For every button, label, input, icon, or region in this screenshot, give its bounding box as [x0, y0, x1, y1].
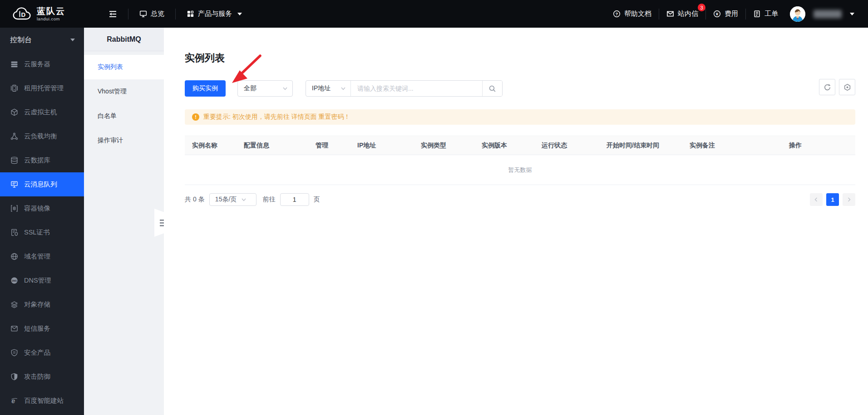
- help-docs-button[interactable]: ? 帮助文档: [608, 0, 656, 28]
- sidebar-item-domain-management[interactable]: 域名管理: [0, 244, 84, 269]
- page-title: 实例列表: [185, 51, 868, 65]
- fees-label: 费用: [725, 10, 738, 18]
- console-dropdown[interactable]: 控制台: [0, 28, 84, 52]
- sidebar-item-label: 云负载均衡: [24, 132, 57, 141]
- server-icon: [10, 60, 18, 68]
- sidebar-item-cloud-database[interactable]: 云数据库: [0, 148, 84, 172]
- user-menu[interactable]: [785, 0, 859, 28]
- sidebar-item-label: 百度智能建站: [24, 396, 64, 405]
- sidebar-item-security-products[interactable]: 安全产品: [0, 341, 84, 365]
- submenu-item-vhost-management[interactable]: Vhost管理: [84, 79, 164, 104]
- svg-text:D: D: [21, 11, 26, 18]
- current-page-button[interactable]: 1: [826, 193, 839, 206]
- filter-toolbar: 购买实例 全部 IP地址: [185, 80, 868, 97]
- layout: 控制台 云服务器 租用托管管理 云虚拟主机 云负载均衡: [0, 28, 868, 415]
- nav-overview-label: 总览: [151, 10, 164, 18]
- certificate-shield-icon: [10, 229, 18, 237]
- globe-icon: [10, 253, 18, 261]
- search-group: IP地址: [306, 80, 503, 97]
- chevron-right-icon: [846, 197, 852, 202]
- messages-label: 站内信: [678, 10, 698, 17]
- submenu-item-operation-audit[interactable]: 操作审计: [84, 128, 164, 153]
- database-icon: [10, 156, 18, 165]
- important-notice-banner: ! 重要提示: 初次使用，请先前往 详情页面 重置密码！: [185, 109, 855, 125]
- sidebar-item-attack-defense[interactable]: 攻击防御: [0, 365, 84, 389]
- sidebar-item-sms-service[interactable]: 短信服务: [0, 317, 84, 341]
- dns-icon: DNS: [10, 277, 18, 285]
- sidebar-item-hosting-management[interactable]: 租用托管管理: [0, 76, 84, 100]
- topbar: D 蓝队云 landui.com: [0, 0, 868, 28]
- chevron-down-icon: [241, 197, 247, 202]
- question-circle-icon: ?: [613, 10, 621, 18]
- sidebar-item-object-storage[interactable]: 对象存储: [0, 293, 84, 317]
- sidebar-item-ssl-cert[interactable]: SSL证书: [0, 220, 84, 244]
- envelope-icon: [666, 10, 674, 18]
- column-header: 实例名称: [185, 142, 237, 150]
- nav-products-services[interactable]: 产品与服务: [182, 0, 247, 28]
- sidebar-item-label: 域名管理: [24, 252, 50, 261]
- sidebar-item-baidu-site-builder[interactable]: e 百度智能建站: [0, 389, 84, 413]
- status-filter-select[interactable]: 全部: [237, 80, 293, 97]
- server-rack-icon: [10, 84, 18, 93]
- total-count: 共 0 条: [185, 195, 205, 204]
- avatar: [790, 6, 805, 22]
- refresh-button[interactable]: [819, 79, 835, 95]
- column-header: 实例类型: [414, 142, 474, 150]
- e-browser-icon: e: [10, 397, 18, 405]
- refresh-icon: [824, 83, 831, 91]
- svg-text:DNS: DNS: [12, 280, 17, 282]
- submenu-title: RabbitMQ: [84, 28, 164, 51]
- settings-button[interactable]: [839, 79, 855, 95]
- nav-products-label: 产品与服务: [198, 10, 232, 18]
- submenu-item-label: 实例列表: [98, 63, 123, 71]
- submenu-item-instance-list[interactable]: 实例列表: [84, 55, 164, 79]
- sidebar-item-virtual-host[interactable]: 云虚拟主机: [0, 100, 84, 124]
- cloud-logo-icon: D: [12, 6, 33, 22]
- sidebar-item-label: 短信服务: [24, 324, 50, 333]
- divider: [705, 9, 706, 20]
- table-header-row: 实例名称 配置信息 管理 IP地址 实例类型 实例版本 运行状态 开始时间/结束…: [185, 136, 855, 155]
- load-balancer-icon: [10, 132, 18, 141]
- next-page-button[interactable]: [843, 193, 855, 206]
- logo[interactable]: D 蓝队云 landui.com: [12, 6, 91, 22]
- prev-page-button[interactable]: [810, 193, 823, 206]
- sidebar-item-container-registry[interactable]: 容器镜像: [0, 196, 84, 220]
- grid-icon: [187, 10, 194, 18]
- instance-table: 实例名称 配置信息 管理 IP地址 实例类型 实例版本 运行状态 开始时间/结束…: [185, 136, 855, 185]
- submenu-item-whitelist[interactable]: 白名单: [84, 104, 164, 128]
- divider: [745, 9, 746, 20]
- submenu-item-label: Vhost管理: [98, 88, 127, 96]
- search-button[interactable]: [482, 81, 502, 96]
- sidebar-item-cloud-server[interactable]: 云服务器: [0, 52, 84, 76]
- divider: [659, 9, 659, 20]
- primary-sidebar: 控制台 云服务器 租用托管管理 云虚拟主机 云负载均衡: [0, 28, 84, 415]
- sidebar-item-label: 云消息队列: [24, 180, 57, 189]
- sidebar-item-label: 对象存储: [24, 300, 50, 309]
- tickets-button[interactable]: 工单: [749, 0, 783, 28]
- page-number-input[interactable]: [280, 193, 309, 206]
- warning-icon: !: [192, 113, 199, 121]
- sidebar-item-label: SSL证书: [24, 228, 49, 237]
- page-size-select[interactable]: 15条/页: [209, 193, 256, 206]
- search-field-select[interactable]: IP地址: [306, 81, 350, 96]
- column-header: 配置信息: [237, 142, 308, 150]
- sidebar-item-load-balancer[interactable]: 云负载均衡: [0, 124, 84, 148]
- sidebar-item-label: 云虚拟主机: [24, 108, 57, 117]
- svg-text:¥: ¥: [716, 11, 719, 16]
- monitor-icon: [139, 10, 147, 18]
- search-input[interactable]: [350, 81, 482, 96]
- sidebar-item-message-queue[interactable]: 云消息队列: [0, 172, 84, 196]
- pagination-bar: 共 0 条 15条/页 前往 页 1: [185, 193, 855, 206]
- nav-overview[interactable]: 总览: [135, 0, 169, 28]
- page-unit-label: 页: [314, 195, 320, 204]
- help-docs-label: 帮助文档: [624, 10, 651, 18]
- buy-instance-button[interactable]: 购买实例: [185, 80, 226, 97]
- empty-state: 暂无数据: [185, 155, 855, 185]
- column-header: 运行状态: [534, 142, 599, 150]
- messages-button[interactable]: 站内信 3: [662, 0, 703, 28]
- fees-button[interactable]: ¥ 费用: [709, 0, 743, 28]
- collapse-sidebar-button[interactable]: [104, 0, 122, 28]
- submenu-item-label: 操作审计: [98, 137, 123, 145]
- sidebar-item-dns-management[interactable]: DNS DNS管理: [0, 269, 84, 293]
- chevron-down-icon: [237, 13, 242, 15]
